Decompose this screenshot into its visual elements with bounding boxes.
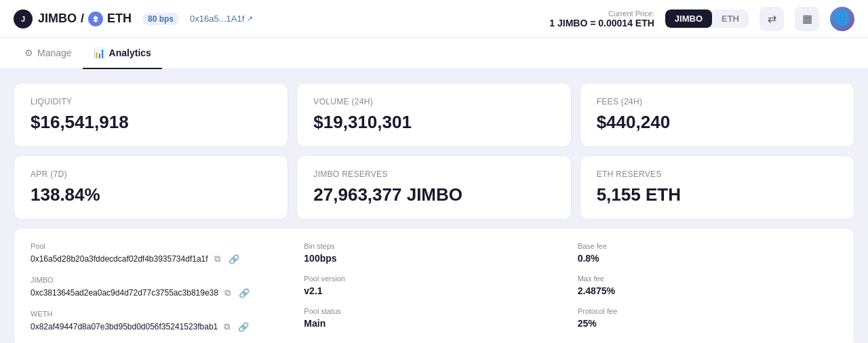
base-fee-value: 0.8% xyxy=(578,253,837,264)
pool-info-card: Pool 0x16a5d28b20a3fddecdcaf02df4b393573… xyxy=(14,228,854,343)
max-fee-value: 2.4875% xyxy=(578,285,837,296)
svg-marker-2 xyxy=(96,20,98,22)
stats-row-1: Liquidity $16,541,918 Volume (24H) $19,3… xyxy=(14,83,854,147)
weth-address-label: WETH xyxy=(31,310,290,318)
pair-name: JIMBO / ETH xyxy=(38,12,132,26)
protocol-fee-label: Protocol fee xyxy=(578,307,837,315)
address-link[interactable]: 0x16a5...1A1f ↗ xyxy=(190,14,253,24)
header-right: Current Price: 1 JIMBO = 0.00014 ETH JIM… xyxy=(549,7,854,31)
weth-address-value: 0x82af49447d8a07e3bd95bd0d056f35241523fb… xyxy=(31,321,290,333)
current-price-value: 1 JIMBO = 0.00014 ETH xyxy=(549,18,654,28)
apr-label: APR (7D) xyxy=(31,169,271,179)
volume-card: Volume (24H) $19,310,301 xyxy=(296,83,571,147)
pair-left: JIMBO xyxy=(38,12,77,26)
protocol-fee-item: Protocol fee 25% xyxy=(578,307,837,329)
grid-button[interactable]: ▦ xyxy=(795,7,819,31)
pool-version-value: v2.1 xyxy=(304,285,564,296)
pool-params-section: Bin steps 100bps Pool version v2.1 Pool … xyxy=(304,242,564,333)
tab-analytics[interactable]: 📊 Analytics xyxy=(83,38,162,69)
chart-toggle-button[interactable]: ⇄ xyxy=(760,7,784,31)
header: J JIMBO / ETH 80 bps 0x16a5...1A1f ↗ Cur… xyxy=(0,0,868,38)
pool-status-item: Pool status Main xyxy=(304,307,564,329)
tab-manage[interactable]: ⚙ Manage xyxy=(14,38,83,69)
manage-icon: ⚙ xyxy=(24,47,33,58)
logo-area: J JIMBO / ETH 80 bps 0x16a5...1A1f ↗ xyxy=(14,9,253,28)
tab-analytics-label: Analytics xyxy=(109,47,151,58)
external-link-icon: ↗ xyxy=(247,14,253,23)
pair-right: ETH xyxy=(107,12,132,26)
volume-value: $19,310,301 xyxy=(313,112,554,133)
pool-link-button[interactable]: 🔗 xyxy=(226,254,241,265)
jimbo-address-item: JIMBO 0xc3813645ad2ea0ac9d4d72d77c3755ac… xyxy=(31,276,290,299)
analytics-icon: 📊 xyxy=(94,47,105,58)
fees-value: $440,240 xyxy=(597,112,837,133)
jimbo-copy-button[interactable]: ⧉ xyxy=(222,287,233,299)
bps-badge: 80 bps xyxy=(142,13,179,25)
current-price-label: Current Price: xyxy=(549,9,654,18)
svg-marker-3 xyxy=(93,20,96,22)
avatar-icon: 🌐 xyxy=(835,12,850,26)
pool-address-label: Pool xyxy=(31,242,290,250)
weth-address-item: WETH 0x82af49447d8a07e3bd95bd0d056f35241… xyxy=(31,310,290,333)
chart-icon: ⇄ xyxy=(768,12,776,25)
jimbo-reserves-label: JIMBO Reserves xyxy=(313,169,554,179)
tab-manage-label: Manage xyxy=(37,47,72,58)
apr-card: APR (7D) 138.84% xyxy=(14,155,288,220)
nav-tabs: ⚙ Manage 📊 Analytics xyxy=(0,38,868,69)
base-fee-label: Base fee xyxy=(578,242,837,250)
liquidity-value: $16,541,918 xyxy=(31,112,271,133)
main-content: Liquidity $16,541,918 Volume (24H) $19,3… xyxy=(0,69,868,343)
eth-reserves-label: ETH Reserves xyxy=(597,169,837,179)
jimbo-token-button[interactable]: JIMBO xyxy=(665,9,712,28)
pool-status-value: Main xyxy=(304,318,564,329)
pool-addresses-section: Pool 0x16a5d28b20a3fddecdcaf02df4b393573… xyxy=(31,242,290,333)
svg-marker-0 xyxy=(96,16,98,20)
bin-steps-item: Bin steps 100bps xyxy=(304,242,564,264)
jimbo-reserves-value: 27,963,377 JIMBO xyxy=(313,184,554,205)
weth-link-button[interactable]: 🔗 xyxy=(236,321,251,333)
pool-address-item: Pool 0x16a5d28b20a3fddecdcaf02df4b393573… xyxy=(31,242,290,265)
jimbo-address-text: 0xc3813645ad2ea0ac9d4d72d77c3755ac3b819e… xyxy=(31,288,218,298)
fees-card: Fees (24H) $440,240 xyxy=(580,83,854,147)
jimbo-link-button[interactable]: 🔗 xyxy=(237,287,252,299)
liquidity-card: Liquidity $16,541,918 xyxy=(14,83,288,147)
eth-reserves-card: ETH Reserves 5,155 ETH xyxy=(580,155,854,220)
jimbo-address-label: JIMBO xyxy=(31,276,290,284)
token-toggle: JIMBO ETH xyxy=(665,9,749,28)
svg-marker-1 xyxy=(93,16,96,20)
pair-separator: / xyxy=(81,12,84,26)
pool-version-item: Pool version v2.1 xyxy=(304,275,564,296)
protocol-fee-value: 25% xyxy=(578,318,837,329)
bin-steps-value: 100bps xyxy=(304,253,564,264)
stats-row-2: APR (7D) 138.84% JIMBO Reserves 27,963,3… xyxy=(14,155,854,220)
liquidity-label: Liquidity xyxy=(31,97,271,106)
jimbo-address-value: 0xc3813645ad2ea0ac9d4d72d77c3755ac3b819e… xyxy=(31,287,290,299)
pool-fees-section: Base fee 0.8% Max fee 2.4875% Protocol f… xyxy=(578,242,837,333)
pool-address-value: 0x16a5d28b20a3fddecdcaf02df4b3935734df1a… xyxy=(31,253,290,265)
max-fee-label: Max fee xyxy=(578,275,837,283)
weth-copy-button[interactable]: ⧉ xyxy=(222,321,232,333)
volume-label: Volume (24H) xyxy=(313,97,554,106)
address-short: 0x16a5...1A1f xyxy=(190,14,244,24)
user-avatar[interactable]: 🌐 xyxy=(830,7,854,31)
current-price: Current Price: 1 JIMBO = 0.00014 ETH xyxy=(549,9,654,28)
weth-address-text: 0x82af49447d8a07e3bd95bd0d056f35241523fb… xyxy=(31,322,218,331)
eth-reserves-value: 5,155 ETH xyxy=(597,184,837,205)
pool-address-text: 0x16a5d28b20a3fddecdcaf02df4b3935734df1a… xyxy=(31,254,208,264)
max-fee-item: Max fee 2.4875% xyxy=(578,275,837,296)
grid-icon: ▦ xyxy=(802,12,812,25)
eth-icon xyxy=(88,12,103,26)
jimbo-reserves-card: JIMBO Reserves 27,963,377 JIMBO xyxy=(296,155,571,220)
jimbo-logo: J xyxy=(14,9,33,28)
fees-label: Fees (24H) xyxy=(597,97,837,106)
pool-copy-button[interactable]: ⧉ xyxy=(212,253,222,265)
eth-token-button[interactable]: ETH xyxy=(712,9,749,28)
base-fee-item: Base fee 0.8% xyxy=(578,242,837,264)
apr-value: 138.84% xyxy=(31,184,271,205)
pool-version-label: Pool version xyxy=(304,275,564,283)
bin-steps-label: Bin steps xyxy=(304,242,564,250)
pool-status-label: Pool status xyxy=(304,307,564,315)
